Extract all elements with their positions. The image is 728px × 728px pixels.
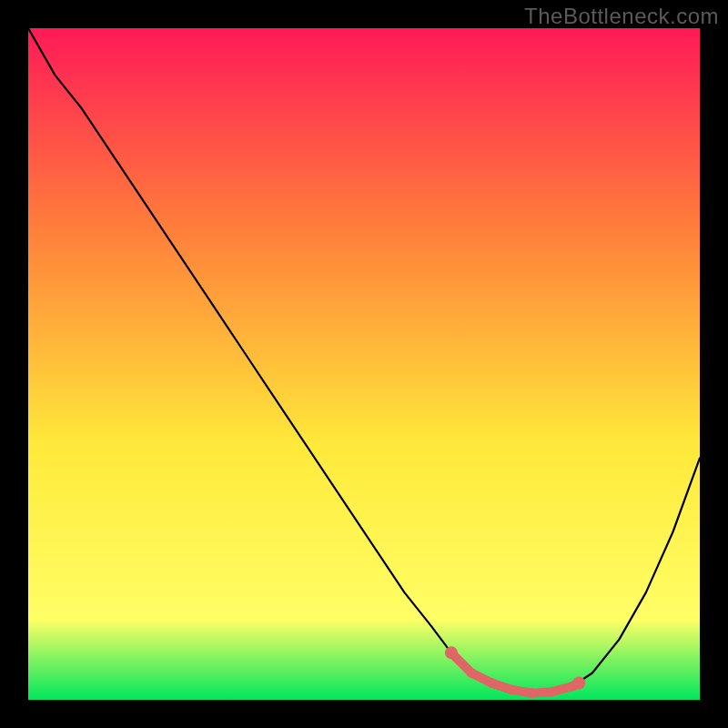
highlight-dot xyxy=(547,687,557,697)
plot-area xyxy=(28,28,700,700)
chart-svg xyxy=(28,28,700,700)
highlight-dot xyxy=(572,677,585,690)
highlight-dot xyxy=(487,678,497,688)
highlight-dot xyxy=(507,684,517,694)
highlight-dot xyxy=(467,668,477,678)
chart-frame: TheBottleneck.com xyxy=(0,0,728,728)
watermark-text: TheBottleneck.com xyxy=(524,4,719,29)
gradient-background xyxy=(28,28,700,700)
highlight-dot xyxy=(445,646,458,659)
highlight-dot xyxy=(527,688,537,698)
